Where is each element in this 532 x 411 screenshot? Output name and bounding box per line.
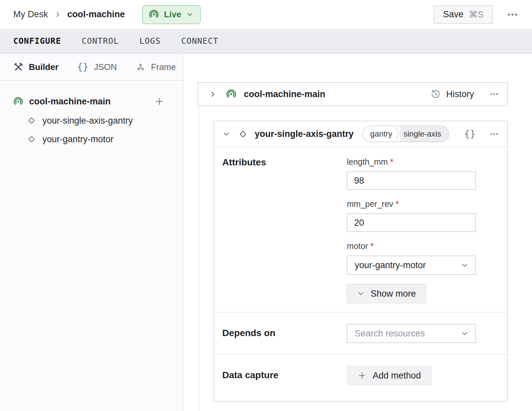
- badge-divider-icon: [395, 126, 400, 142]
- save-button-label: Save: [443, 9, 463, 20]
- breadcrumb-current: cool-machine: [67, 9, 125, 20]
- chevron-down-icon: [460, 329, 469, 338]
- overflow-menu-button[interactable]: [507, 9, 518, 20]
- motor-select[interactable]: your-gantry-motor: [347, 256, 476, 275]
- field-label-text: mm_per_rev: [347, 199, 393, 208]
- curly-braces-icon: {}: [77, 61, 89, 73]
- plus-icon: [357, 371, 367, 380]
- field-label: length_mm*: [347, 157, 476, 167]
- mode-tab-frame[interactable]: Frame: [135, 62, 176, 72]
- frame-axes-icon: [135, 62, 146, 72]
- part-header-title: cool-machine-main: [244, 89, 325, 99]
- save-shortcut-hint: ⌘S: [469, 9, 484, 20]
- resource-card-title: your-single-axis-gantry: [255, 129, 354, 139]
- depends-on-heading: Depends on: [222, 324, 347, 343]
- depends-on-select[interactable]: Search resources: [347, 324, 476, 343]
- chevron-down-icon: [186, 11, 193, 18]
- show-more-label: Show more: [371, 289, 416, 299]
- app-window: My Desk cool-machine Live Save ⌘S: [0, 0, 532, 411]
- attributes-section: Attributes length_mm* mm_per_rev*: [214, 147, 507, 312]
- required-marker: *: [390, 157, 394, 166]
- diamond-icon: [27, 116, 36, 126]
- save-button[interactable]: Save ⌘S: [434, 5, 493, 24]
- tree-item-machine-part[interactable]: cool-machine-main: [13, 92, 175, 111]
- broadcast-icon: [149, 9, 159, 20]
- tools-icon: [13, 62, 24, 72]
- required-marker: *: [370, 241, 374, 251]
- chevron-down-icon: [460, 261, 469, 269]
- resource-type-badge: gantry single-axis: [362, 126, 449, 142]
- resource-overflow-menu-button[interactable]: [490, 130, 499, 139]
- tab-control[interactable]: CONTROL: [81, 36, 119, 46]
- config-main-panel: cool-machine-main History: [183, 54, 532, 411]
- depends-on-section: Depends on Search resources: [214, 312, 507, 354]
- show-more-button[interactable]: Show more: [347, 284, 426, 303]
- field-motor: motor* your-gantry-motor: [347, 241, 476, 275]
- tree-item-label: cool-machine-main: [29, 96, 111, 107]
- mode-tab-label: JSON: [94, 62, 117, 72]
- chevron-down-icon: [357, 290, 365, 298]
- tree-item-label: your-single-axis-gantry: [42, 116, 133, 126]
- tab-connect[interactable]: CONNECT: [181, 36, 218, 46]
- broadcast-icon: [226, 89, 237, 99]
- curly-braces-icon[interactable]: {}: [464, 128, 476, 140]
- top-bar: My Desk cool-machine Live Save ⌘S: [0, 0, 532, 29]
- depends-on-placeholder: Search resources: [355, 328, 425, 339]
- add-method-button[interactable]: Add method: [347, 366, 432, 385]
- part-overflow-menu-button[interactable]: [489, 89, 499, 99]
- motor-select-value: your-gantry-motor: [355, 260, 426, 270]
- breadcrumb-parent[interactable]: My Desk: [13, 9, 48, 20]
- tree-item-motor[interactable]: your-gantry-motor: [13, 131, 175, 148]
- history-button-label: History: [446, 89, 474, 99]
- tab-configure[interactable]: CONFIGURE: [13, 36, 61, 46]
- length-mm-input[interactable]: [347, 171, 476, 190]
- mode-tab-builder[interactable]: Builder: [13, 62, 59, 72]
- required-marker: *: [396, 199, 399, 208]
- mode-tab-json[interactable]: {} JSON: [77, 61, 117, 73]
- mm-per-rev-input[interactable]: [347, 213, 476, 232]
- nav-tab-bar: CONFIGURE CONTROL LOGS CONNECT: [0, 29, 532, 54]
- data-capture-section: Data capture Add method: [214, 354, 507, 401]
- resource-card-header: your-single-axis-gantry gantry single-ax…: [214, 121, 507, 147]
- field-mm-per-rev: mm_per_rev*: [347, 199, 476, 232]
- resource-type-label: gantry: [363, 126, 395, 142]
- add-method-label: Add method: [373, 371, 421, 381]
- add-resource-button[interactable]: [154, 96, 165, 107]
- chevron-down-icon[interactable]: [222, 130, 231, 138]
- resource-tree: cool-machine-main your-single-axis-gantr…: [0, 81, 183, 148]
- field-label-text: motor: [347, 241, 368, 251]
- diamond-icon: [27, 134, 36, 144]
- tree-item-label: your-gantry-motor: [42, 134, 114, 145]
- field-label: motor*: [347, 241, 476, 251]
- status-badge-label: Live: [164, 9, 181, 20]
- tab-logs[interactable]: LOGS: [139, 36, 161, 46]
- attributes-heading: Attributes: [222, 157, 347, 303]
- diamond-icon: [238, 129, 248, 139]
- data-capture-heading: Data capture: [222, 366, 347, 385]
- machine-part-header: cool-machine-main History: [198, 82, 508, 106]
- tree-item-gantry[interactable]: your-single-axis-gantry: [13, 112, 175, 129]
- field-label-text: length_mm: [347, 157, 388, 166]
- history-clock-icon: [430, 89, 441, 99]
- config-sidebar: Builder {} JSON Frame: [0, 54, 183, 411]
- field-length-mm: length_mm*: [347, 157, 476, 190]
- top-bar-actions: Save ⌘S: [434, 5, 518, 24]
- machine-status-badge[interactable]: Live: [142, 5, 201, 24]
- mode-tab-label: Frame: [151, 62, 176, 72]
- resource-model-label: single-axis: [400, 126, 448, 142]
- breadcrumb-chevron-icon: [53, 10, 62, 19]
- field-label: mm_per_rev*: [347, 199, 476, 209]
- sidebar-mode-tabs: Builder {} JSON Frame: [0, 54, 183, 81]
- chevron-right-icon[interactable]: [208, 90, 217, 99]
- part-connector-line: [198, 106, 199, 411]
- mode-tab-label: Builder: [29, 62, 59, 72]
- history-button[interactable]: History: [428, 88, 476, 100]
- resource-card-gantry: your-single-axis-gantry gantry single-ax…: [214, 121, 508, 402]
- broadcast-icon: [13, 96, 23, 106]
